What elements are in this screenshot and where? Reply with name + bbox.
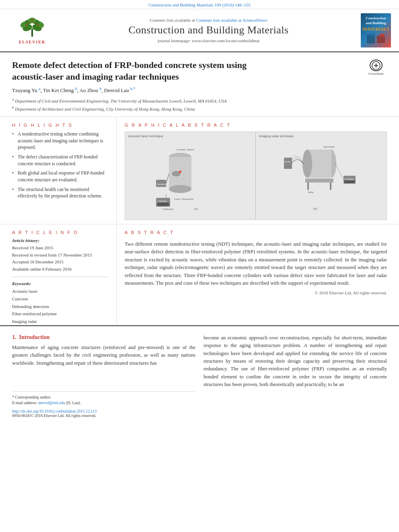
intro-text-left: Maintenance of aging concrete structures…	[12, 345, 195, 366]
authors-line: Tzuyang Yu a, Tin Kei Cheng b, Ao Zhou b…	[12, 86, 387, 94]
intro-paragraph-left: Maintenance of aging concrete structures…	[12, 344, 195, 367]
sciencedirect-link[interactable]: Contents lists available at ScienceDirec…	[196, 18, 267, 23]
svg-text:Computer: Computer	[344, 178, 354, 180]
doi-area: http://dx.doi.org/10.1016/j.conbuildmat.…	[12, 409, 195, 418]
svg-line-26	[166, 174, 169, 183]
svg-text:Calibrator: Calibrator	[162, 207, 174, 210]
highlights-graphical-section: H I G H L I G H T S A nondestructive tes…	[0, 117, 399, 224]
article-info-abstract-section: A R T I C L E I N F O Article history: R…	[0, 224, 399, 326]
cover-title: Constructionand Building	[366, 16, 386, 25]
graphical-abstract-heading: G R A P H I C A L A B S T R A C T	[125, 123, 387, 127]
content-right-column: become an economic approach over reconst…	[204, 334, 387, 419]
keyword-2: Concrete	[12, 295, 108, 303]
svg-point-27	[179, 170, 181, 173]
svg-point-9	[37, 25, 39, 26]
divider	[12, 277, 108, 277]
ga-left-label: Acoustic laser technique	[128, 134, 163, 138]
svg-point-38	[302, 150, 312, 178]
highlight-item-4: The structural health can be monitored e…	[12, 186, 108, 199]
article-history-label: Article history:	[12, 238, 108, 243]
article-title-section: Remote defect detection of FRP-bonded co…	[0, 52, 399, 117]
svg-point-12	[35, 23, 36, 24]
ga-right-label: Imaging radar technique	[259, 134, 294, 138]
journal-center-header: Contents lists available at Contents lis…	[56, 18, 361, 43]
elsevier-tree-icon	[16, 16, 48, 39]
journal-citation-bar: Construction and Building Materials 109 …	[0, 0, 399, 9]
article-title: Remote defect detection of FRP-bonded co…	[12, 60, 387, 82]
abstract-text: Two different remote nondestructive test…	[125, 240, 387, 287]
svg-rect-14	[370, 33, 375, 36]
svg-point-22	[169, 185, 191, 193]
intro-paragraph-right: become an economic approach over reconst…	[204, 334, 387, 389]
svg-rect-30	[157, 203, 169, 206]
article-body: 1. Introduction Maintenance of aging con…	[0, 326, 399, 427]
svg-rect-42	[307, 183, 309, 190]
keyword-5: Imaging radar	[12, 318, 108, 325]
cover-graphic-icon	[365, 33, 387, 45]
cover-materials-label: MATERIALS	[363, 27, 389, 31]
graphical-abstract-column: G R A P H I C A L A B S T R A C T Acoust…	[117, 117, 387, 224]
keyword-3: Debonding detection	[12, 303, 108, 310]
article-info-heading: A R T I C L E I N F O	[12, 230, 108, 235]
journal-header: ELSEVIER Contents lists available at Con…	[0, 9, 399, 52]
affiliations: a Department of Civil and Environmental …	[12, 97, 387, 113]
journal-cover-image: Constructionand Building MATERIALS	[361, 13, 391, 47]
journal-homepage: journal homepage: www.elsevier.com/locat…	[56, 38, 361, 43]
section-number: 1.	[12, 334, 16, 340]
revised-date: Received in revised form 17 November 201…	[12, 252, 108, 259]
svg-line-48	[335, 164, 343, 180]
svg-rect-0	[31, 29, 33, 37]
ga-left-panel: Acoustic laser technique Speaker	[125, 132, 256, 220]
svg-text:Laser vibrometer: Laser vibrometer	[174, 197, 194, 201]
graphical-abstract-image: Acoustic laser technique Speaker	[125, 131, 387, 220]
introduction-title: 1. Introduction	[12, 334, 195, 341]
svg-rect-43	[330, 183, 331, 190]
article-dates: Received 19 June 2015 Received in revise…	[12, 244, 108, 273]
keywords-heading: Keywords:	[12, 281, 108, 286]
svg-text:(a): (a)	[194, 207, 198, 210]
svg-point-11	[29, 23, 30, 24]
svg-rect-41	[305, 179, 333, 183]
svg-point-23	[172, 171, 180, 176]
doi-link[interactable]: http://dx.doi.org/10.1016/j.conbuildmat.…	[12, 409, 195, 413]
content-left-column: 1. Introduction Maintenance of aging con…	[12, 334, 195, 419]
ga-left-diagram: Speaker Computer Laser vibrometer Calibr…	[154, 142, 226, 210]
highlight-item-1: A nondestructive testing scheme combinin…	[12, 131, 108, 151]
svg-point-8	[25, 25, 27, 26]
svg-text:Computer: Computer	[157, 200, 167, 202]
email-link[interactable]: denvid@mit.edu	[38, 401, 65, 405]
svg-point-10	[31, 19, 33, 21]
corresponding-author-note: * Corresponding author.	[12, 395, 195, 399]
highlights-heading: H I G H L I G H T S	[12, 123, 108, 127]
available-date: Available online 8 February 2016	[12, 266, 108, 273]
crossmark-label: CrossMark	[368, 72, 384, 76]
highlights-column: H I G H L I G H T S A nondestructive tes…	[12, 117, 117, 224]
journal-citation: Construction and Building Materials 109 …	[148, 2, 251, 7]
crossmark-badge[interactable]: CrossMark	[365, 60, 387, 76]
highlight-item-3: Both global and local response of FRP-bo…	[12, 170, 108, 183]
accepted-date: Accepted 16 December 2015	[12, 259, 108, 266]
footnote-area: * Corresponding author. E-mail address: …	[12, 391, 195, 405]
section-heading-text: Introduction	[19, 334, 50, 340]
copyright-line: © 2016 Elsevier Ltd. All rights reserved…	[125, 290, 387, 295]
email-note: E-mail address: denvid@mit.edu (D. Lau).	[12, 401, 195, 405]
keyword-1: Acoustic-laser	[12, 288, 108, 295]
svg-text:Table: Table	[307, 191, 313, 194]
journal-title: Construction and Building Materials	[56, 24, 361, 36]
svg-text:(b): (b)	[313, 207, 317, 210]
abstract-column: A B S T R A C T Two different remote non…	[117, 224, 387, 325]
ga-right-panel: Imaging radar technique Radar	[256, 132, 387, 220]
keyword-4: Fiber-reinforced polymer	[12, 310, 108, 318]
elsevier-logo: ELSEVIER	[8, 16, 56, 44]
highlight-item-2: The defect characterization of FRP-bonde…	[12, 154, 108, 167]
svg-text:Acoustic shaker: Acoustic shaker	[176, 148, 195, 151]
issn-line: 0950-0618/© 2016 Elsevier Ltd. All right…	[12, 413, 195, 418]
article-info-column: A R T I C L E I N F O Article history: R…	[12, 224, 117, 325]
crossmark-symbol	[372, 61, 380, 70]
svg-rect-39	[284, 158, 292, 169]
svg-text:Radar: Radar	[285, 160, 290, 163]
svg-text:Speaker: Speaker	[157, 183, 166, 186]
contents-available-line: Contents lists available at Contents lis…	[56, 18, 361, 23]
ga-right-diagram: Radar Table Computer (b) Specimen	[283, 142, 360, 210]
elsevier-brand-text: ELSEVIER	[19, 40, 46, 44]
